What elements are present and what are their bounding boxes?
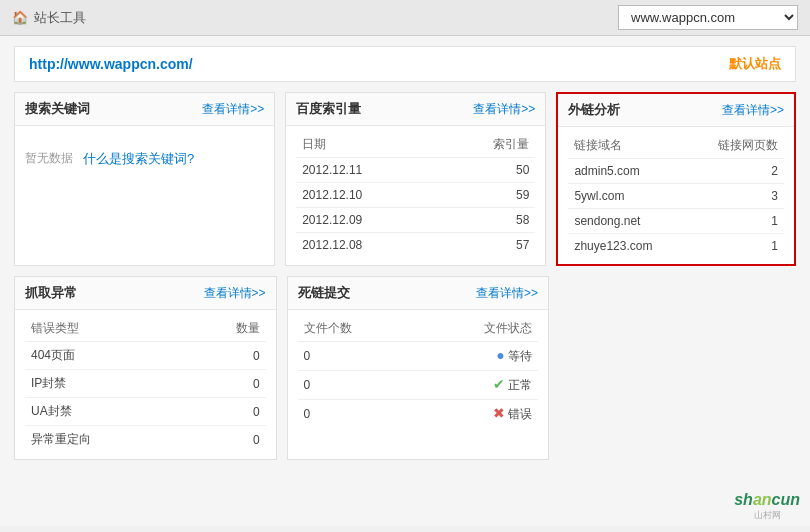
table-row: 0✔ 正常 — [298, 371, 539, 400]
table-row: 0● 等待 — [298, 342, 539, 371]
watermark: shancun 山村网 — [734, 491, 800, 522]
col-date: 日期 — [296, 132, 440, 158]
table-row: 0✖ 错误 — [298, 400, 539, 429]
dead-links-detail-link[interactable]: 查看详情>> — [476, 285, 538, 302]
crawl-errors-panel: 抓取异常 查看详情>> 错误类型 数量 404页面0IP封禁0UA封禁0异常重定… — [14, 276, 277, 460]
files-cell: 0 — [298, 371, 418, 400]
files-cell: 0 — [298, 400, 418, 429]
search-keywords-title: 搜索关键词 — [25, 100, 90, 118]
error-count-cell: 0 — [185, 398, 265, 426]
col-files: 文件个数 — [298, 316, 418, 342]
status-cell: ✖ 错误 — [418, 400, 538, 429]
date-cell: 2012.12.08 — [296, 233, 440, 258]
top-grid-row: 搜索关键词 查看详情>> 暂无数据 什么是搜索关键词? 百度索引量 查看详情>> — [14, 92, 796, 266]
external-links-table: 链接域名 链接网页数 admin5.com25ywl.com3sendong.n… — [568, 133, 784, 258]
bottom-grid-row: 抓取异常 查看详情>> 错误类型 数量 404页面0IP封禁0UA封禁0异常重定… — [14, 276, 796, 460]
error-type-cell: 404页面 — [25, 342, 185, 370]
default-site-label: 默认站点 — [729, 55, 781, 73]
search-keywords-header: 搜索关键词 查看详情>> — [15, 93, 274, 126]
error-type-cell: 异常重定向 — [25, 426, 185, 454]
no-data-label: 暂无数据 — [25, 142, 73, 175]
external-links-header: 外链分析 查看详情>> — [558, 94, 794, 127]
baidu-index-header: 百度索引量 查看详情>> — [286, 93, 545, 126]
external-links-panel: 外链分析 查看详情>> 链接域名 链接网页数 admin5.com25ywl.c… — [556, 92, 796, 266]
pages-cell: 2 — [688, 159, 784, 184]
top-bar-right: www.wappcn.com — [618, 5, 798, 30]
what-is-keywords-link[interactable]: 什么是搜索关键词? — [83, 150, 194, 168]
domain-cell: 5ywl.com — [568, 184, 688, 209]
watermark-sub: 山村网 — [734, 509, 800, 522]
table-row: admin5.com2 — [568, 159, 784, 184]
crawl-errors-table: 错误类型 数量 404页面0IP封禁0UA封禁0异常重定向0 — [25, 316, 266, 453]
search-keywords-body: 暂无数据 什么是搜索关键词? — [15, 126, 274, 191]
domain-cell: admin5.com — [568, 159, 688, 184]
col-error-type: 错误类型 — [25, 316, 185, 342]
dead-links-panel: 死链提交 查看详情>> 文件个数 文件状态 0● 等待0✔ 正常0✖ 错误 — [287, 276, 550, 460]
table-row: IP封禁0 — [25, 370, 266, 398]
domain-cell: sendong.net — [568, 209, 688, 234]
index-cell: 57 — [440, 233, 536, 258]
search-keywords-detail-link[interactable]: 查看详情>> — [202, 101, 264, 118]
index-cell: 58 — [440, 208, 536, 233]
table-row: zhuye123.com1 — [568, 234, 784, 259]
col-domain: 链接域名 — [568, 133, 688, 159]
table-row: 2012.12.1059 — [296, 183, 535, 208]
top-bar-left: 🏠 站长工具 — [12, 9, 86, 27]
error-type-cell: IP封禁 — [25, 370, 185, 398]
crawl-errors-detail-link[interactable]: 查看详情>> — [204, 285, 266, 302]
table-row: 异常重定向0 — [25, 426, 266, 454]
crawl-errors-title: 抓取异常 — [25, 284, 77, 302]
col-index: 索引量 — [440, 132, 536, 158]
dead-links-title: 死链提交 — [298, 284, 350, 302]
status-cell: ✔ 正常 — [418, 371, 538, 400]
crawl-errors-body: 错误类型 数量 404页面0IP封禁0UA封禁0异常重定向0 — [15, 310, 276, 459]
pages-cell: 1 — [688, 234, 784, 259]
search-keywords-panel: 搜索关键词 查看详情>> 暂无数据 什么是搜索关键词? — [14, 92, 275, 266]
external-links-title: 外链分析 — [568, 101, 620, 119]
domain-cell: zhuye123.com — [568, 234, 688, 259]
col-status: 文件状态 — [418, 316, 538, 342]
site-url[interactable]: http://www.wappcn.com/ — [29, 56, 193, 72]
top-bar: 🏠 站长工具 www.wappcn.com — [0, 0, 810, 36]
dead-links-body: 文件个数 文件状态 0● 等待0✔ 正常0✖ 错误 — [288, 310, 549, 434]
site-header: http://www.wappcn.com/ 默认站点 — [14, 46, 796, 82]
main-content: http://www.wappcn.com/ 默认站点 搜索关键词 查看详情>>… — [0, 36, 810, 526]
table-row: 5ywl.com3 — [568, 184, 784, 209]
dead-links-table: 文件个数 文件状态 0● 等待0✔ 正常0✖ 错误 — [298, 316, 539, 428]
table-row: sendong.net1 — [568, 209, 784, 234]
baidu-index-detail-link[interactable]: 查看详情>> — [473, 101, 535, 118]
dead-links-header: 死链提交 查看详情>> — [288, 277, 549, 310]
table-row: UA封禁0 — [25, 398, 266, 426]
error-type-cell: UA封禁 — [25, 398, 185, 426]
baidu-index-panel: 百度索引量 查看详情>> 日期 索引量 2012.12.11502012.12.… — [285, 92, 546, 266]
baidu-index-body: 日期 索引量 2012.12.11502012.12.10592012.12.0… — [286, 126, 545, 263]
domain-select[interactable]: www.wappcn.com — [618, 5, 798, 30]
status-cell: ● 等待 — [418, 342, 538, 371]
app-title: 站长工具 — [34, 9, 86, 27]
date-cell: 2012.12.09 — [296, 208, 440, 233]
col-pages: 链接网页数 — [688, 133, 784, 159]
date-cell: 2012.12.11 — [296, 158, 440, 183]
watermark-brand: shancun 山村网 — [734, 491, 800, 522]
external-links-detail-link[interactable]: 查看详情>> — [722, 102, 784, 119]
date-cell: 2012.12.10 — [296, 183, 440, 208]
table-row: 2012.12.1150 — [296, 158, 535, 183]
bottom-spacer — [559, 276, 796, 460]
baidu-index-title: 百度索引量 — [296, 100, 361, 118]
pages-cell: 3 — [688, 184, 784, 209]
baidu-index-table: 日期 索引量 2012.12.11502012.12.10592012.12.0… — [296, 132, 535, 257]
index-cell: 59 — [440, 183, 536, 208]
error-count-cell: 0 — [185, 370, 265, 398]
col-error-count: 数量 — [185, 316, 265, 342]
table-row: 404页面0 — [25, 342, 266, 370]
home-icon[interactable]: 🏠 — [12, 10, 28, 25]
index-cell: 50 — [440, 158, 536, 183]
table-row: 2012.12.0857 — [296, 233, 535, 258]
error-count-cell: 0 — [185, 426, 265, 454]
external-links-body: 链接域名 链接网页数 admin5.com25ywl.com3sendong.n… — [558, 127, 794, 264]
files-cell: 0 — [298, 342, 418, 371]
crawl-errors-header: 抓取异常 查看详情>> — [15, 277, 276, 310]
error-count-cell: 0 — [185, 342, 265, 370]
table-row: 2012.12.0958 — [296, 208, 535, 233]
pages-cell: 1 — [688, 209, 784, 234]
